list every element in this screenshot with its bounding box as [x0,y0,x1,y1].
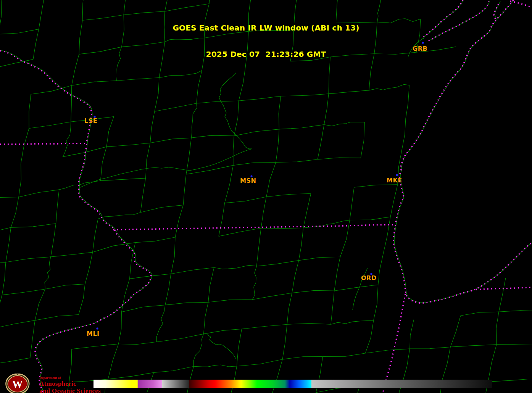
county-line [150,138,192,143]
county-line [35,289,45,321]
county-line [252,293,292,300]
county-line [496,312,499,345]
county-line [276,129,279,163]
county-line [2,289,45,295]
border-wi-il-border [113,225,395,230]
county-line [331,320,374,324]
county-line [72,344,119,349]
county-line [225,165,234,203]
county-line [261,228,303,229]
county-line [175,205,183,237]
county-line [208,267,214,302]
county-line [71,85,72,122]
county-line [334,257,340,291]
county-line [292,290,334,293]
county-line [106,143,150,147]
county-line [0,295,2,328]
county-line [239,96,281,101]
county-line [499,278,506,312]
county-line [191,135,234,138]
county-line [106,117,114,147]
county-line [31,85,72,94]
county-line [19,190,59,197]
county-line [156,305,165,342]
county-line [98,213,140,219]
county-line [410,320,414,349]
county-line [146,143,150,178]
county-line [0,321,35,329]
county-line [72,81,117,86]
county-line [410,347,450,349]
county-line [117,78,159,81]
logo-dept-line: Department of [39,376,101,380]
county-line [340,220,350,257]
county-line [329,90,369,94]
county-line [252,266,256,300]
county-line [108,344,118,379]
county-line [108,372,154,379]
logo-text: Department of Atmospheric and Oceanic Sc… [39,374,101,393]
station-label-ORD: ORD [361,274,377,282]
county-line [303,220,350,228]
county-line [390,185,398,217]
station-ORD: ORD [361,273,377,282]
county-line [242,324,287,329]
river-wisconsin-river-lower [79,149,252,188]
county-line [194,365,237,367]
station-label-MSN: MSN [240,177,256,184]
county-line [0,197,19,201]
county-line [299,228,303,261]
station-dot-MKE [396,174,398,176]
border-il-in-border [383,294,405,393]
county-line [378,254,384,285]
county-line [140,178,145,213]
satellite-image-canvas: GRBLSEMSNMKEORDMLI GOES East Clean IR LW… [0,0,532,393]
station-MSN: MSN [240,176,256,185]
county-line [6,257,51,262]
county-line [219,228,261,236]
county-line [150,111,155,143]
shore-mississippi-river [1,50,152,393]
county-line [156,334,203,342]
county-line [29,94,31,129]
county-line [276,159,318,163]
county-line [282,357,323,359]
county-line [324,122,364,126]
county-line [318,158,361,159]
border-mississippi-river [0,51,151,393]
county-line [51,224,56,257]
county-line [334,285,378,291]
county-line [135,237,176,243]
county-line [279,96,281,129]
county-line [51,252,93,257]
county-line [234,129,279,136]
station-dot-MLI [97,328,98,330]
county-line [183,174,186,205]
county-line [171,237,175,274]
county-line [155,78,159,112]
county-line [499,311,532,312]
county-line [19,164,21,197]
county-line [0,227,11,236]
county-line [442,347,450,381]
county-line [374,285,378,320]
county-line [29,122,71,128]
county-line [234,101,239,136]
county-line [100,147,106,181]
county-line [237,329,242,366]
ir-temperature-colorbar [94,380,492,388]
county-line [488,345,497,382]
county-line [450,345,497,347]
county-line [256,228,261,266]
county-line [225,197,266,203]
station-LSE: LSE [84,116,97,125]
county-line [497,345,532,345]
county-line [209,0,213,4]
county-line [11,197,19,228]
county-line [266,193,311,197]
station-label-MKE: MKE [387,177,402,184]
county-line [121,305,165,312]
county-line [165,302,208,305]
logo-name-line-2: and Oceanic Sciences [39,388,101,393]
county-line [383,217,390,254]
